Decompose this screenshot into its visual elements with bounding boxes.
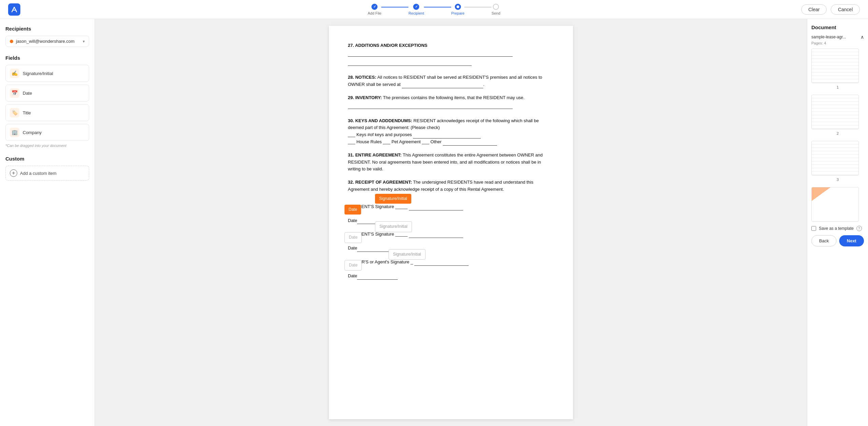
field-company[interactable]: 🏢 Company	[5, 124, 89, 141]
connector-3	[465, 7, 492, 7]
app-logo	[8, 3, 20, 16]
document-page: 27. ADDITIONS AND/OR EXCEPTIONS 28. NOTI…	[329, 26, 573, 419]
add-custom-button[interactable]: + Add a custom item	[5, 166, 89, 181]
field-date[interactable]: 📅 Date	[5, 85, 89, 101]
field-title[interactable]: 🏷️ Title	[5, 104, 89, 121]
date-label-3: Date	[348, 273, 357, 278]
step-circle-add-file	[372, 4, 378, 10]
resident-sig-label-2: RESIDENT'S Signature _____	[348, 231, 408, 237]
connector-1	[381, 7, 409, 7]
sig-row-1-date: Date	[348, 217, 554, 224]
fields-section: Fields ✍️ Signature/Initial 📅 Date 🏷️ Ti…	[5, 55, 89, 148]
doc-section-32: 32. RECEIPT OF AGREEMENT: The undersigne…	[348, 179, 554, 193]
step-label-prepare: Prepare	[451, 11, 465, 15]
cancel-button[interactable]: Cancel	[831, 4, 860, 15]
step-send: Send	[492, 4, 500, 15]
section-27-heading: 27. ADDITIONS AND/OR EXCEPTIONS	[348, 43, 428, 48]
main-layout: Recipients jason_will@wondershare.com ▾ …	[0, 19, 868, 426]
chevron-down-icon: ▾	[83, 39, 85, 44]
company-icon: 🏢	[10, 128, 19, 137]
resident-sig-label-1: RESIDENT'S Signature _____	[348, 204, 408, 209]
doc-name-row: sample-lease-agr... ∧	[811, 34, 864, 40]
step-circle-send	[493, 4, 499, 10]
page-num-2: 2	[811, 131, 864, 137]
step-recipient: Recipient	[409, 4, 424, 15]
doc-section-29: 29. INVENTORY: The premises contains the…	[348, 94, 554, 111]
page-thumb-2[interactable]	[811, 95, 859, 129]
save-template-row: Save as a template ?	[811, 226, 864, 231]
field-date-label: Date	[23, 91, 32, 96]
page-thumb-1[interactable]	[811, 49, 859, 83]
sig-row-3-left: OWNER'S or Agent's Signature _ Signature…	[348, 259, 469, 266]
thumb-container-1[interactable]: 1	[811, 49, 864, 91]
sig-row-2-left: RESIDENT'S Signature _____ Signature/Ini…	[348, 231, 463, 238]
thumb-container-4[interactable]	[811, 187, 864, 222]
topbar: Add File Recipient Prepare Send Clear Ca…	[0, 0, 868, 19]
recipient-dot	[10, 40, 13, 43]
step-label-send: Send	[492, 11, 500, 15]
signature-area: RESIDENT'S Signature _____ Signature/Ini…	[348, 203, 554, 280]
sig-row-2-date: Date	[348, 245, 554, 252]
sig-row-3-date: Date	[348, 273, 554, 280]
sig-row-3: OWNER'S or Agent's Signature _ Signature…	[348, 259, 554, 266]
save-template-label: Save as a template	[819, 226, 854, 231]
collapse-icon[interactable]: ∧	[861, 34, 864, 40]
field-company-label: Company	[23, 130, 42, 135]
document-panel-title: Document	[811, 24, 864, 30]
section-30-heading: 30. KEYS AND ADDDENDUMS:	[348, 118, 412, 123]
date-label-1: Date	[348, 218, 357, 223]
field-signature-label: Signature/Initial	[23, 71, 53, 76]
sig-row-1: RESIDENT'S Signature _____ Signature/Ini…	[348, 203, 554, 210]
page-thumb-4[interactable]	[811, 187, 859, 222]
sig-row-2: RESIDENT'S Signature _____ Signature/Ini…	[348, 231, 554, 238]
section-31-heading: 31. ENTIRE AGREEMENT:	[348, 152, 401, 158]
topbar-actions: Clear Cancel	[801, 4, 860, 15]
date-label-2: Date	[348, 245, 357, 251]
panel-btn-row: Back Next	[811, 235, 864, 246]
section-32-heading: 32. RECEIPT OF AGREEMENT:	[348, 180, 412, 185]
section-29-heading: 29. INVENTORY:	[348, 95, 382, 100]
step-prepare: Prepare	[451, 4, 465, 15]
left-sidebar: Recipients jason_will@wondershare.com ▾ …	[0, 19, 95, 426]
save-template-checkbox[interactable]	[811, 226, 816, 231]
next-button[interactable]: Next	[839, 235, 864, 246]
back-button[interactable]: Back	[811, 235, 836, 246]
doc-pages: Pages: 4	[811, 41, 864, 45]
doc-name: sample-lease-agr...	[811, 35, 846, 39]
step-circle-prepare	[455, 4, 461, 10]
recipient-selector[interactable]: jason_will@wondershare.com ▾	[5, 36, 89, 47]
owner-sig-label: OWNER'S or Agent's Signature _	[348, 259, 413, 264]
date-icon: 📅	[10, 88, 19, 98]
doc-section-31: 31. ENTIRE AGREEMENT: This Agreement con…	[348, 152, 554, 173]
connector-2	[424, 7, 451, 7]
recipients-title: Recipients	[5, 26, 89, 32]
section-28-heading: 28. NOTICES:	[348, 75, 376, 80]
page-thumb-3[interactable]	[811, 141, 859, 175]
step-label-add-file: Add File	[368, 11, 381, 15]
stepper: Add File Recipient Prepare Send	[368, 4, 500, 15]
doc-section-28: 28. NOTICES: All notices to RESIDENT sha…	[348, 74, 554, 88]
doc-section-27: 27. ADDITIONS AND/OR EXCEPTIONS	[348, 42, 554, 68]
step-circle-recipient	[413, 4, 419, 10]
right-panel: Document sample-lease-agr... ∧ Pages: 4 …	[807, 19, 868, 426]
fields-title: Fields	[5, 55, 89, 61]
page-num-1: 1	[811, 85, 864, 91]
page-num-3: 3	[811, 177, 864, 183]
signature-icon: ✍️	[10, 69, 19, 78]
add-custom-label: Add a custom item	[20, 171, 57, 176]
plus-icon: +	[10, 169, 17, 177]
drag-hint: *Can be dragged into your document	[5, 144, 89, 148]
help-icon[interactable]: ?	[856, 226, 862, 231]
title-icon: 🏷️	[10, 108, 19, 117]
step-label-recipient: Recipient	[409, 11, 424, 15]
thumb-container-3[interactable]: 3	[811, 141, 864, 183]
signature-badge-orange-1[interactable]: Signature/Initial	[375, 194, 411, 204]
field-title-label: Title	[23, 110, 31, 115]
doc-area: 27. ADDITIONS AND/OR EXCEPTIONS 28. NOTI…	[95, 19, 807, 426]
thumb-container-2[interactable]: 2	[811, 95, 864, 137]
step-add-file: Add File	[368, 4, 381, 15]
field-signature[interactable]: ✍️ Signature/Initial	[5, 65, 89, 82]
custom-title: Custom	[5, 156, 89, 162]
custom-section: Custom + Add a custom item	[5, 156, 89, 181]
clear-button[interactable]: Clear	[801, 4, 827, 15]
